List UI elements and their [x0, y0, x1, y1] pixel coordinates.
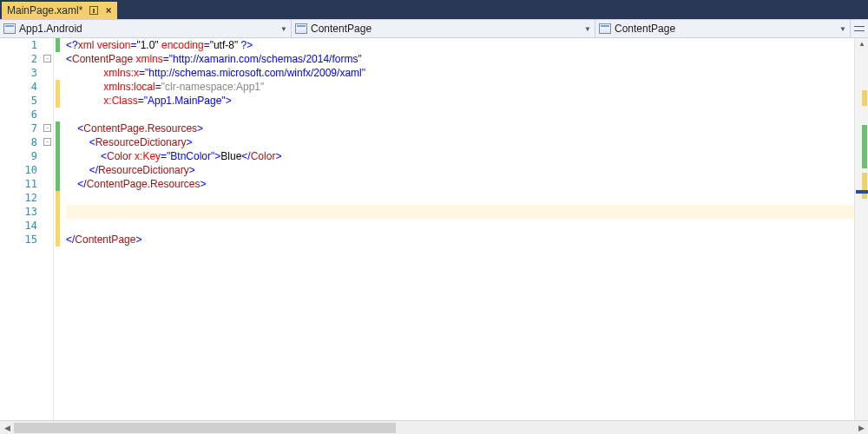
line-number: 7	[31, 122, 37, 135]
type-icon	[295, 23, 307, 34]
scroll-thumb[interactable]	[14, 423, 396, 433]
code-line: <ResourceDictionary>	[66, 135, 854, 149]
ruler-marker	[862, 125, 867, 168]
code-editor[interactable]: 1 2- 3 4 5 6 7- 8- 9 10 11 12 13 14 15 <…	[0, 38, 868, 420]
change-margin	[54, 38, 66, 420]
modified-marker	[56, 191, 60, 247]
type-label: ContentPage	[311, 23, 372, 35]
code-line: <?xml version="1.0" encoding="utf-8" ?>	[66, 38, 854, 52]
line-number: 6	[31, 108, 37, 121]
fold-icon[interactable]: -	[43, 138, 51, 146]
line-number-gutter: 1 2- 3 4 5 6 7- 8- 9 10 11 12 13 14 15	[0, 38, 54, 420]
line-number: 12	[25, 192, 37, 204]
code-line: <Color x:Key="BtnColor">Blue</Color>	[66, 149, 854, 163]
split-icon	[854, 23, 865, 34]
line-number: 15	[25, 233, 37, 246]
saved-marker	[56, 38, 60, 52]
line-number: 1	[31, 39, 37, 51]
close-icon[interactable]: ×	[105, 4, 111, 16]
project-label: App1.Android	[19, 23, 82, 35]
scroll-track[interactable]	[14, 421, 854, 434]
fold-icon[interactable]: -	[43, 55, 51, 62]
code-line: xmlns:local="clr-namespace:App1"	[66, 80, 854, 94]
code-line: </ResourceDictionary>	[66, 163, 854, 177]
code-line	[66, 108, 854, 122]
member-label: ContentPage	[615, 23, 675, 35]
navigation-bar: App1.Android ▼ ContentPage ▼ ContentPage…	[0, 19, 868, 38]
line-number: 13	[25, 206, 37, 218]
line-number: 3	[31, 67, 37, 79]
horizontal-scrollbar[interactable]: ◀ ▶	[0, 420, 868, 434]
line-number: 9	[31, 150, 37, 162]
code-line	[66, 191, 854, 205]
project-dropdown[interactable]: App1.Android ▼	[0, 20, 292, 37]
code-line	[66, 219, 854, 233]
chevron-down-icon: ▼	[579, 25, 591, 33]
code-line: x:Class="App1.MainPage">	[66, 94, 854, 108]
tab-title: MainPage.xaml*	[7, 4, 82, 16]
chevron-down-icon: ▼	[834, 25, 846, 33]
type-dropdown[interactable]: ContentPage ▼	[292, 20, 595, 37]
saved-marker	[56, 122, 60, 191]
code-line-current	[66, 205, 854, 219]
chevron-down-icon: ▼	[275, 25, 287, 33]
scroll-right-icon[interactable]: ▶	[854, 424, 868, 432]
fold-icon[interactable]: -	[43, 124, 51, 132]
caret-marker	[856, 190, 868, 194]
code-line: <ContentPage xmlns="http://xamarin.com/s…	[66, 52, 854, 66]
modified-marker	[56, 80, 60, 108]
line-number: 10	[25, 164, 37, 176]
scroll-left-icon[interactable]: ◀	[0, 424, 14, 432]
tab-strip: MainPage.xaml* ×	[0, 0, 868, 19]
overview-ruler[interactable]: ▲	[854, 38, 868, 420]
line-number: 14	[25, 220, 37, 232]
ruler-marker	[862, 90, 867, 106]
code-line: </ContentPage>	[66, 233, 854, 247]
line-number: 5	[31, 95, 37, 107]
code-line: <ContentPage.Resources>	[66, 122, 854, 135]
code-line: xmlns:x="http://schemas.microsoft.com/wi…	[66, 66, 854, 80]
member-dropdown[interactable]: ContentPage ▼	[595, 20, 851, 37]
split-button[interactable]	[851, 20, 868, 37]
member-icon	[599, 23, 611, 34]
line-number: 8	[31, 136, 37, 148]
line-number: 2	[31, 53, 37, 65]
pin-icon[interactable]	[89, 6, 98, 15]
code-line: </ContentPage.Resources>	[66, 177, 854, 191]
ruler-marker	[862, 173, 867, 199]
project-icon	[3, 23, 16, 34]
scroll-up-icon[interactable]: ▲	[858, 40, 865, 48]
document-tab[interactable]: MainPage.xaml* ×	[2, 2, 117, 19]
line-number: 4	[31, 81, 37, 93]
code-area[interactable]: <?xml version="1.0" encoding="utf-8" ?> …	[66, 38, 854, 420]
line-number: 11	[25, 178, 37, 190]
